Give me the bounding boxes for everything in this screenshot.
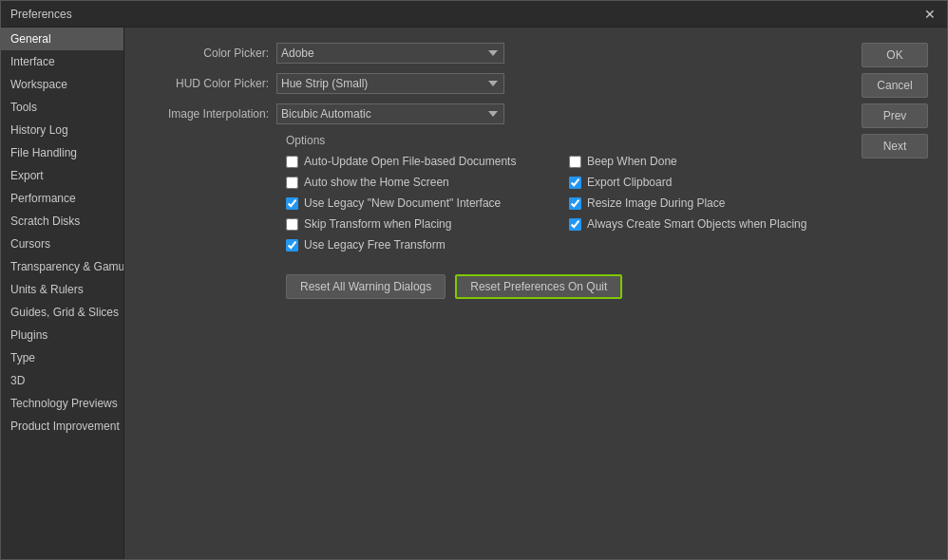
checkbox-beep: Beep When Done bbox=[569, 155, 833, 168]
checkbox-auto-update-input[interactable] bbox=[286, 156, 298, 168]
checkbox-export-clipboard: Export Clipboard bbox=[569, 176, 833, 189]
sidebar-item-guides[interactable]: Guides, Grid & Slices bbox=[1, 301, 123, 324]
checkbox-export-clipboard-label: Export Clipboard bbox=[587, 176, 672, 189]
checkbox-export-clipboard-input[interactable] bbox=[569, 177, 581, 189]
ok-button[interactable]: OK bbox=[862, 43, 928, 67]
reset-buttons-row: Reset All Warning Dialogs Reset Preferen… bbox=[286, 274, 928, 299]
close-button[interactable]: ✕ bbox=[922, 7, 938, 22]
checkbox-legacy-new-doc-label: Use Legacy "New Document" Interface bbox=[304, 196, 501, 210]
checkbox-auto-update: Auto-Update Open File-based Documents bbox=[286, 155, 550, 168]
sidebar-item-cursors[interactable]: Cursors bbox=[1, 233, 123, 255]
sidebar-item-plugins[interactable]: Plugins bbox=[1, 324, 123, 346]
sidebar: GeneralInterfaceWorkspaceToolsHistory Lo… bbox=[1, 28, 124, 559]
sidebar-item-product-improvement[interactable]: Product Improvement bbox=[1, 415, 123, 438]
checkbox-resize-image-input[interactable] bbox=[569, 197, 581, 210]
sidebar-item-interface[interactable]: Interface bbox=[1, 50, 123, 73]
checkbox-always-smart-input[interactable] bbox=[569, 218, 581, 231]
content-area: GeneralInterfaceWorkspaceToolsHistory Lo… bbox=[1, 28, 947, 559]
reset-prefs-button[interactable]: Reset Preferences On Quit bbox=[455, 274, 622, 299]
options-section-label: Options bbox=[286, 134, 928, 147]
options-section: Options Auto-Update Open File-based Docu… bbox=[143, 134, 928, 252]
hud-color-picker-row: HUD Color Picker: Hue Strip (Small) Hue … bbox=[143, 73, 928, 94]
sidebar-item-units[interactable]: Units & Rulers bbox=[1, 278, 123, 301]
reset-warnings-button[interactable]: Reset All Warning Dialogs bbox=[286, 274, 446, 299]
checkboxes-left-col: Auto-Update Open File-based Documents Au… bbox=[286, 155, 550, 252]
main-panel: OK Cancel Prev Next Color Picker: Adobe … bbox=[124, 28, 947, 559]
sidebar-item-performance[interactable]: Performance bbox=[1, 187, 123, 210]
checkbox-skip-transform: Skip Transform when Placing bbox=[286, 217, 550, 231]
sidebar-item-workspace[interactable]: Workspace bbox=[1, 73, 123, 96]
sidebar-item-3d[interactable]: 3D bbox=[1, 369, 123, 392]
hud-color-picker-label: HUD Color Picker: bbox=[143, 77, 276, 90]
image-interpolation-select[interactable]: Bicubic Automatic Nearest Neighbor Bilin… bbox=[276, 103, 504, 124]
color-picker-select[interactable]: Adobe Windows bbox=[276, 43, 504, 64]
cancel-button[interactable]: Cancel bbox=[862, 73, 928, 98]
checkbox-always-smart: Always Create Smart Objects when Placing bbox=[569, 217, 833, 231]
next-button[interactable]: Next bbox=[862, 134, 928, 159]
checkbox-auto-update-label: Auto-Update Open File-based Documents bbox=[304, 155, 516, 168]
preferences-window: Preferences ✕ GeneralInterfaceWorkspaceT… bbox=[0, 0, 948, 560]
checkbox-legacy-new-doc-input[interactable] bbox=[286, 197, 298, 210]
image-interpolation-row: Image Interpolation: Bicubic Automatic N… bbox=[143, 103, 928, 124]
window-title: Preferences bbox=[10, 8, 72, 21]
action-buttons: OK Cancel Prev Next bbox=[862, 43, 928, 159]
image-interpolation-label: Image Interpolation: bbox=[143, 107, 276, 121]
checkbox-skip-transform-input[interactable] bbox=[286, 218, 298, 231]
sidebar-item-type[interactable]: Type bbox=[1, 346, 123, 369]
checkbox-auto-home-input[interactable] bbox=[286, 177, 298, 189]
sidebar-item-scratch-disks[interactable]: Scratch Disks bbox=[1, 210, 123, 233]
color-picker-row: Color Picker: Adobe Windows bbox=[143, 43, 928, 64]
sidebar-item-transparency[interactable]: Transparency & Gamut bbox=[1, 255, 123, 278]
options-grid: Auto-Update Open File-based Documents Au… bbox=[286, 155, 833, 252]
color-picker-label: Color Picker: bbox=[143, 47, 276, 60]
checkbox-always-smart-label: Always Create Smart Objects when Placing bbox=[587, 217, 806, 231]
sidebar-item-general[interactable]: General bbox=[1, 28, 123, 50]
checkbox-auto-home: Auto show the Home Screen bbox=[286, 176, 550, 189]
sidebar-item-export[interactable]: Export bbox=[1, 164, 123, 187]
prev-button[interactable]: Prev bbox=[862, 103, 928, 128]
checkbox-auto-home-label: Auto show the Home Screen bbox=[304, 176, 449, 189]
sidebar-item-file-handling[interactable]: File Handling bbox=[1, 141, 123, 164]
checkbox-legacy-new-doc: Use Legacy "New Document" Interface bbox=[286, 196, 550, 210]
checkbox-legacy-free-transform: Use Legacy Free Transform bbox=[286, 238, 550, 252]
checkbox-beep-input[interactable] bbox=[569, 156, 581, 168]
checkboxes-right-col: Beep When Done Export Clipboard Resize I… bbox=[569, 155, 833, 252]
checkbox-beep-label: Beep When Done bbox=[587, 155, 677, 168]
titlebar: Preferences ✕ bbox=[1, 1, 947, 28]
sidebar-item-history-log[interactable]: History Log bbox=[1, 119, 123, 141]
checkbox-legacy-free-transform-label: Use Legacy Free Transform bbox=[304, 238, 446, 252]
sidebar-item-tools[interactable]: Tools bbox=[1, 96, 123, 119]
sidebar-item-tech-previews[interactable]: Technology Previews bbox=[1, 392, 123, 415]
checkbox-resize-image: Resize Image During Place bbox=[569, 196, 833, 210]
hud-color-picker-select[interactable]: Hue Strip (Small) Hue Strip (Medium) Hue… bbox=[276, 73, 504, 94]
checkbox-legacy-free-transform-input[interactable] bbox=[286, 239, 298, 252]
checkbox-resize-image-label: Resize Image During Place bbox=[587, 196, 725, 210]
checkbox-skip-transform-label: Skip Transform when Placing bbox=[304, 217, 451, 231]
